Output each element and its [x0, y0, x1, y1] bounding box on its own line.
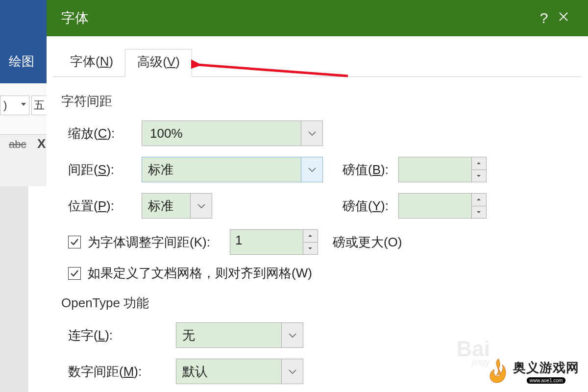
label-points-b: 磅值(B): [343, 161, 389, 178]
chevron-down-icon [308, 130, 317, 136]
triangle-up-icon [476, 162, 481, 165]
font-name-dropdown[interactable] [0, 96, 29, 115]
close-button[interactable] [554, 10, 573, 26]
dialog-content: 字符间距 缩放(C): 100% 间距(S): 标准 磅值(B): 位置(P): [47, 77, 588, 392]
points-y-value[interactable] [398, 193, 472, 219]
subscript-button[interactable]: X [37, 136, 46, 151]
close-icon [558, 11, 569, 23]
points-b-up[interactable] [472, 157, 486, 170]
num-spacing-combo[interactable]: 默认 [176, 359, 303, 384]
chevron-down-icon [288, 368, 297, 374]
check-icon [70, 269, 79, 278]
tab-advanced[interactable]: 高级(V) [125, 49, 192, 77]
kerning-up[interactable] [303, 230, 318, 243]
points-b-value[interactable] [398, 157, 472, 182]
kerning-checkbox[interactable] [68, 236, 81, 248]
triangle-up-icon [476, 198, 481, 201]
doc-page [28, 186, 48, 392]
label-snap-grid: 如果定义了文档网格，则对齐到网格(W) [88, 265, 312, 282]
chevron-down-icon [197, 203, 206, 209]
label-points-or-more: 磅或更大(O) [333, 234, 402, 251]
label-spacing: 间距(S): [68, 161, 142, 178]
position-combo[interactable]: 标准 [142, 193, 212, 219]
triangle-down-icon [476, 174, 481, 177]
scale-dropdown-button[interactable] [301, 121, 322, 146]
ribbon-tab-draw[interactable]: 绘图 [9, 53, 34, 70]
spacing-value[interactable]: 标准 [142, 157, 301, 182]
label-scale: 缩放(C): [68, 125, 142, 142]
dialog-tabs: 字体(N) 高级(V) [53, 36, 581, 77]
points-b-spinner[interactable] [398, 157, 487, 182]
help-button[interactable]: ? [534, 10, 554, 26]
position-value[interactable]: 标准 [142, 194, 190, 218]
points-y-down[interactable] [472, 206, 486, 219]
site-watermark: 奥义游戏网 www.aoe1.com [488, 358, 579, 385]
ligatures-value[interactable]: 无 [176, 323, 281, 347]
label-points-y: 磅值(Y): [343, 197, 389, 215]
num-spacing-value[interactable]: 默认 [176, 359, 281, 384]
doc-margin [0, 186, 28, 392]
kerning-points-value[interactable]: 1 [230, 229, 303, 255]
spacing-dropdown-button[interactable] [301, 157, 322, 182]
ligatures-dropdown-button[interactable] [281, 323, 303, 347]
triangle-up-icon [308, 234, 313, 237]
spacing-combo[interactable]: 标准 [142, 157, 323, 182]
section-opentype: OpenType 功能 [61, 294, 573, 312]
points-y-up[interactable] [472, 194, 486, 206]
points-y-spinner[interactable] [398, 193, 487, 219]
chevron-down-icon [288, 332, 297, 338]
strikethrough-button[interactable]: abc [9, 138, 26, 151]
label-kerning: 为字体调整字间距(K): [88, 234, 210, 251]
watermark-site-url: www.aoe1.com [527, 377, 566, 384]
ligatures-combo[interactable]: 无 [176, 322, 303, 348]
triangle-down-icon [308, 247, 313, 250]
watermark-site-name: 奥义游戏网 [513, 359, 579, 376]
kerning-points-spinner[interactable]: 1 [230, 229, 318, 255]
section-char-spacing: 字符间距 [61, 93, 573, 110]
chevron-down-icon [308, 167, 317, 172]
points-b-down[interactable] [472, 170, 486, 182]
num-spacing-dropdown-button[interactable] [281, 359, 303, 384]
dialog-title: 字体 [61, 9, 534, 27]
app-ribbon-bg [0, 0, 47, 83]
snap-grid-checkbox[interactable] [68, 267, 81, 280]
check-icon [70, 237, 79, 247]
baidu-watermark: Bai jingy [457, 337, 490, 368]
triangle-down-icon [476, 211, 481, 214]
scale-combo[interactable]: 100% [142, 121, 323, 146]
scale-value[interactable]: 100% [142, 121, 301, 146]
flame-icon [488, 358, 509, 385]
position-dropdown-button[interactable] [190, 194, 212, 218]
label-ligatures: 连字(L): [68, 327, 176, 344]
font-dialog: 字体 ? 字体(N) 高级(V) 字符间距 缩放(C): 100% 间距(S):… [47, 0, 588, 392]
kerning-down[interactable] [303, 243, 318, 255]
label-num-spacing: 数字间距(M): [68, 363, 176, 380]
dialog-titlebar: 字体 ? [47, 0, 588, 36]
tab-font[interactable]: 字体(N) [58, 49, 125, 76]
label-position: 位置(P): [68, 197, 142, 215]
